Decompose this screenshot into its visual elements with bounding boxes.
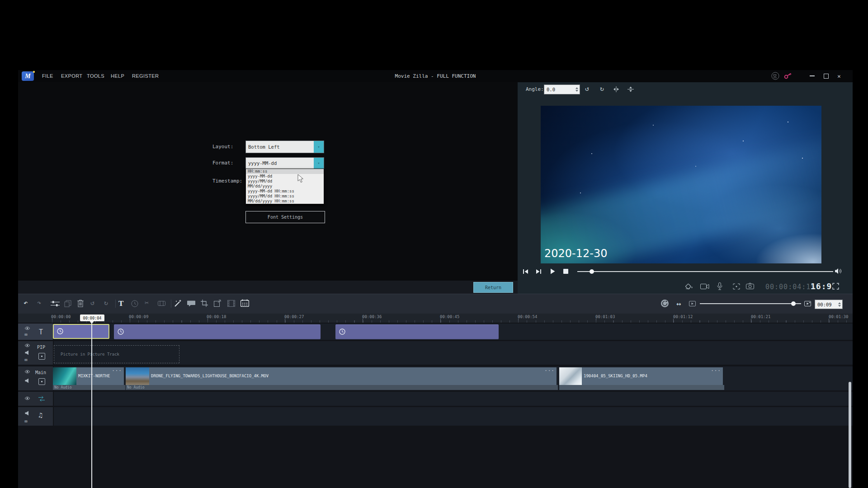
speed-icon[interactable] xyxy=(158,300,165,307)
rotate-ccw-icon[interactable]: ↺ xyxy=(585,85,589,92)
render-preview-icon[interactable] xyxy=(660,299,669,308)
format-dropdown[interactable]: yyyy-MM-dd ▾ xyxy=(245,157,324,169)
font-settings-button[interactable]: Font Settings xyxy=(245,211,325,223)
format-option[interactable]: MM/dd/yyyy xyxy=(246,184,324,189)
record-voiceover-icon[interactable] xyxy=(717,282,722,290)
timestamp-tool-icon[interactable] xyxy=(241,299,249,307)
track-visibility-icon[interactable] xyxy=(24,343,30,347)
store-badge-icon[interactable] xyxy=(771,72,779,80)
main-track-header[interactable]: Main xyxy=(18,366,53,390)
track-visibility-icon[interactable] xyxy=(24,370,30,374)
angle-input[interactable]: 0.0 xyxy=(544,84,580,94)
track-visibility-icon[interactable] xyxy=(24,326,30,330)
timestamp-clip-selected[interactable] xyxy=(53,324,109,339)
rotate-right-icon[interactable]: ↻ xyxy=(104,300,108,306)
music-track-header[interactable]: ∞ ♫ xyxy=(18,407,53,426)
clip-menu-icon[interactable]: ... xyxy=(112,366,122,372)
fullscreen-icon[interactable] xyxy=(832,283,839,290)
mouse-cursor xyxy=(297,174,304,183)
volume-icon[interactable] xyxy=(835,268,842,274)
video-clip[interactable]: DRONE_FLYING_TOWARDS_LIGHTHOUSE_BONIFACI… xyxy=(126,367,557,385)
maximize-button[interactable] xyxy=(820,70,832,82)
playhead[interactable] xyxy=(91,322,92,488)
text-track-header[interactable]: ∞ T xyxy=(18,324,53,340)
timeline-ruler[interactable]: 00:00:00 00:00:09 00:00:18 00:00:27 00:0… xyxy=(18,314,853,323)
music-track-row[interactable] xyxy=(54,407,853,426)
rotate-cw-icon[interactable]: ↻ xyxy=(600,85,604,92)
scale-icon[interactable] xyxy=(214,300,222,307)
clip-name: DRONE_FLYING_TOWARDS_LIGHTHOUSE_BONIFACI… xyxy=(151,374,549,378)
format-option[interactable]: HH:mm:ss xyxy=(246,169,324,174)
track-motion-icon[interactable] xyxy=(733,283,740,290)
fit-timeline-icon[interactable]: ↔ xyxy=(676,299,681,308)
track-link-icon[interactable]: ∞ xyxy=(24,357,28,362)
format-option[interactable]: yyyy/MM/dd xyxy=(246,179,324,184)
track-visibility-icon[interactable] xyxy=(24,396,30,400)
format-dropdown-arrow-icon[interactable]: ▾ xyxy=(314,158,324,169)
play-button[interactable] xyxy=(550,268,555,274)
format-option[interactable]: yyyy-MM-dd HH:mm:ss xyxy=(246,189,324,194)
flip-vertical-icon[interactable] xyxy=(627,86,634,92)
track-mute-icon[interactable] xyxy=(25,378,29,383)
timeline-zoom-spinner[interactable] xyxy=(838,302,842,307)
layout-dropdown[interactable]: Bottom Left ▾ xyxy=(245,141,324,153)
format-option[interactable]: yyyy/MM/dd HH:mm:ss xyxy=(246,194,324,199)
previous-frame-button[interactable] xyxy=(523,269,528,274)
effects-track-row[interactable] xyxy=(54,392,853,406)
format-option[interactable]: MM/dd/yyyy HH:mm:ss xyxy=(246,199,324,204)
track-link-icon[interactable]: ∞ xyxy=(24,419,28,424)
effects-wand-icon[interactable] xyxy=(174,299,182,307)
angle-spinner[interactable] xyxy=(576,87,580,92)
undo-icon[interactable]: ↶ xyxy=(24,300,28,306)
close-button[interactable]: × xyxy=(832,70,846,82)
seek-bar[interactable] xyxy=(577,271,833,272)
adjust-icon[interactable] xyxy=(51,300,60,307)
copy-icon[interactable] xyxy=(64,300,71,307)
zoom-in-timeline-icon[interactable] xyxy=(804,301,811,306)
return-button[interactable]: Return xyxy=(473,282,513,293)
track-mute-icon[interactable] xyxy=(25,350,29,355)
record-video-icon[interactable] xyxy=(700,284,709,289)
next-frame-button[interactable] xyxy=(536,269,542,274)
timeline-zoom-handle[interactable] xyxy=(791,301,796,306)
ruler-label: 00:00:36 xyxy=(362,314,382,319)
timestamp-clip[interactable] xyxy=(114,324,321,339)
redo-icon[interactable]: ↷ xyxy=(37,300,41,306)
layout-value: Bottom Left xyxy=(246,144,314,150)
clip-menu-icon[interactable]: ... xyxy=(544,366,555,372)
flip-horizontal-icon[interactable] xyxy=(613,86,619,92)
pip-track-header[interactable]: ∞ PIP xyxy=(18,341,53,365)
split-scissors-icon[interactable]: ✂ xyxy=(145,300,149,306)
snapshot-icon[interactable] xyxy=(746,283,754,289)
preview-timecode: 00:00:04:15 xyxy=(765,283,815,291)
timeline-zoom-slider[interactable] xyxy=(700,303,801,304)
video-preview-canvas[interactable]: 2020-12-30 xyxy=(541,106,821,263)
seek-handle[interactable] xyxy=(590,269,594,274)
clip-menu-icon[interactable]: ... xyxy=(711,366,721,372)
background-color-icon[interactable] xyxy=(685,283,693,290)
rotate-left-icon[interactable]: ↺ xyxy=(90,300,94,306)
delete-icon[interactable] xyxy=(77,300,84,307)
pip-placeholder[interactable]: Picture in Picture Track xyxy=(54,345,179,363)
layout-dropdown-arrow-icon[interactable]: ▾ xyxy=(314,141,324,153)
track-mute-icon[interactable] xyxy=(25,411,29,416)
timeline-scrollbar[interactable] xyxy=(849,382,851,488)
zoom-out-timeline-icon[interactable] xyxy=(689,301,696,306)
text-tool-icon[interactable]: T xyxy=(118,299,123,308)
green-screen-icon[interactable] xyxy=(227,300,235,307)
clip-thumbnail xyxy=(559,367,582,385)
video-clip[interactable]: 190404_05_SKIING_HD_05.MP4 ... xyxy=(559,367,723,385)
timestamp-clip[interactable] xyxy=(335,324,499,339)
activation-key-icon[interactable] xyxy=(783,72,793,80)
duration-icon[interactable] xyxy=(131,300,138,307)
timeline-zoom-time-input[interactable]: 00:09 xyxy=(815,300,843,309)
music-track-icon: ♫ xyxy=(38,412,42,419)
stop-button[interactable] xyxy=(563,269,568,274)
track-link-icon[interactable]: ∞ xyxy=(24,332,28,337)
video-clip[interactable]: MIXKIT-NORTHE ... xyxy=(53,367,124,385)
minimize-button[interactable] xyxy=(806,70,818,82)
subtitle-icon[interactable] xyxy=(187,300,195,307)
crop-icon[interactable] xyxy=(201,300,208,307)
format-option[interactable]: yyyy-MM-dd xyxy=(246,174,324,179)
effects-track-header[interactable] xyxy=(18,392,53,406)
